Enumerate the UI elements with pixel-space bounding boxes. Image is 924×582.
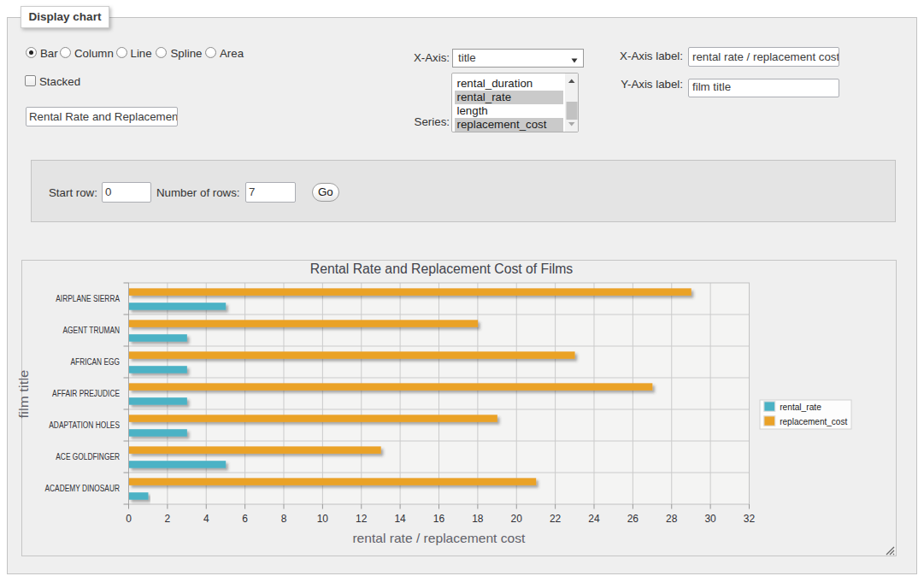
svg-text:Rental Rate and Replacement Co: Rental Rate and Replacement Cost of Film… <box>310 262 574 276</box>
svg-text:10: 10 <box>317 513 329 525</box>
svg-text:replacement_cost: replacement_cost <box>780 416 847 426</box>
svg-text:0: 0 <box>126 513 132 525</box>
svg-text:AFRICAN EGG: AFRICAN EGG <box>71 357 121 367</box>
svg-text:8: 8 <box>281 513 287 525</box>
svg-text:32: 32 <box>744 513 756 525</box>
svg-text:rental_rate: rental_rate <box>780 402 821 412</box>
svg-text:28: 28 <box>666 513 678 525</box>
svg-text:4: 4 <box>203 513 209 525</box>
svg-text:AIRPLANE SIERRA: AIRPLANE SIERRA <box>56 294 120 303</box>
svg-text:2: 2 <box>165 513 171 525</box>
svg-text:24: 24 <box>588 513 600 525</box>
svg-text:22: 22 <box>550 513 562 525</box>
svg-text:6: 6 <box>242 513 248 525</box>
svg-text:18: 18 <box>472 513 484 525</box>
svg-text:30: 30 <box>704 513 716 525</box>
svg-text:20: 20 <box>511 513 523 525</box>
svg-text:rental rate / replacement cost: rental rate / replacement cost <box>352 531 526 545</box>
svg-text:14: 14 <box>394 513 406 525</box>
svg-text:film title: film title <box>17 370 31 419</box>
svg-text:AGENT TRUMAN: AGENT TRUMAN <box>63 326 121 335</box>
svg-text:ACADEMY DINOSAUR: ACADEMY DINOSAUR <box>45 484 121 493</box>
svg-text:ADAPTATION HOLES: ADAPTATION HOLES <box>49 420 120 430</box>
svg-text:AFFAIR PREJUDICE: AFFAIR PREJUDICE <box>52 389 120 398</box>
svg-text:ACE GOLDFINGER: ACE GOLDFINGER <box>56 452 120 461</box>
svg-text:26: 26 <box>627 513 639 525</box>
svg-text:16: 16 <box>433 513 445 525</box>
svg-text:12: 12 <box>356 513 368 525</box>
